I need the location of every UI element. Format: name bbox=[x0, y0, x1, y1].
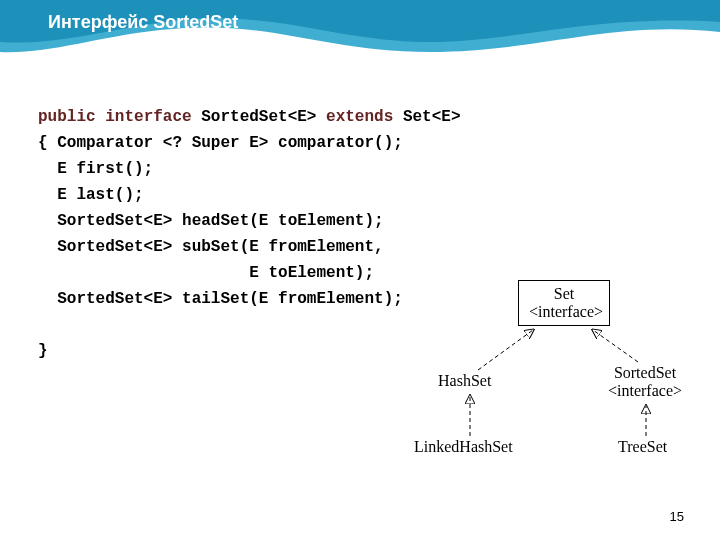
code-l1-tail: Set<E> bbox=[393, 108, 460, 126]
code-l7: E toElement); bbox=[38, 264, 374, 282]
code-block: public interface SortedSet<E> extends Se… bbox=[38, 78, 461, 364]
slide-banner: Интерфейс SortedSet bbox=[0, 0, 720, 58]
code-l5: SortedSet<E> headSet(E toElement); bbox=[38, 212, 384, 230]
code-l3: E first(); bbox=[38, 160, 153, 178]
svg-line-0 bbox=[478, 330, 533, 370]
kw-public: public bbox=[38, 108, 96, 126]
code-l8: SortedSet<E> tailSet(E fromElement); bbox=[38, 290, 403, 308]
code-l6: SortedSet<E> subSet(E fromElement, bbox=[38, 238, 384, 256]
code-l2: { Comparator <? Super E> comparator(); bbox=[38, 134, 403, 152]
page-number: 15 bbox=[670, 509, 684, 524]
svg-line-1 bbox=[593, 330, 638, 362]
kw-extends: extends bbox=[326, 108, 393, 126]
class-hierarchy-diagram: Set <interface> HashSet SortedSet <inter… bbox=[408, 280, 698, 480]
slide-title: Интерфейс SortedSet bbox=[48, 12, 238, 33]
code-l1-name: SortedSet<E> bbox=[192, 108, 326, 126]
code-l4: E last(); bbox=[38, 186, 144, 204]
diagram-arrows bbox=[408, 280, 698, 480]
kw-interface: interface bbox=[105, 108, 191, 126]
code-l9: } bbox=[38, 342, 48, 360]
